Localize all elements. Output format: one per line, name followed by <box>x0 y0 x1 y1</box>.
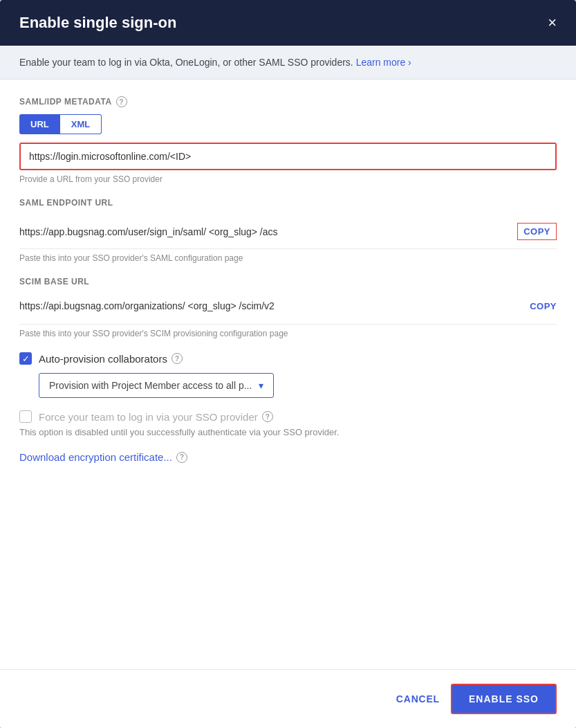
modal-body: SAML/IdP Metadata ? URL XML Provide a UR… <box>0 80 576 669</box>
saml-url-hint: Provide a URL from your SSO provider <box>19 174 557 184</box>
saml-metadata-help-icon[interactable]: ? <box>116 96 127 107</box>
check-icon: ✓ <box>22 354 30 364</box>
tab-url[interactable]: URL <box>19 114 60 134</box>
scim-url: https://api.bugsnag.com/organizations/ <… <box>19 300 275 311</box>
saml-url-input[interactable] <box>19 143 557 170</box>
auto-provision-help-icon[interactable]: ? <box>171 353 183 364</box>
saml-endpoint-url: https://app.bugsnag.com/user/sign_in/sam… <box>19 226 278 237</box>
saml-endpoint-row: https://app.bugsnag.com/user/sign_in/sam… <box>19 215 557 249</box>
auto-provision-row: ✓ Auto-provision collaborators ? <box>19 352 557 365</box>
scim-row: https://api.bugsnag.com/organizations/ <… <box>19 293 557 318</box>
auto-provision-checkbox[interactable]: ✓ <box>19 352 32 365</box>
force-login-row: Force your team to log in via your SSO p… <box>19 410 557 423</box>
enable-sso-button[interactable]: ENABLE SSO <box>451 684 557 714</box>
close-button[interactable]: × <box>548 15 557 30</box>
info-banner: Enable your team to log in via Okta, One… <box>0 46 576 80</box>
download-cert-help-icon[interactable]: ? <box>176 452 187 463</box>
saml-endpoint-label: SAML Endpoint URL <box>19 198 557 208</box>
force-login-help-icon[interactable]: ? <box>262 411 273 422</box>
force-login-label: Force your team to log in via your SSO p… <box>39 411 273 423</box>
download-cert-link[interactable]: Download encryption certificate... ? <box>19 451 557 463</box>
info-banner-text: Enable your team to log in via Okta, One… <box>19 57 353 68</box>
modal: Enable single sign-on × Enable your team… <box>0 0 576 728</box>
modal-header: Enable single sign-on × <box>0 0 576 46</box>
scim-copy-button[interactable]: COPY <box>530 301 557 311</box>
modal-footer: CANCEL ENABLE SSO <box>0 669 576 728</box>
scim-section: SCIM Base URL https://api.bugsnag.com/or… <box>19 277 557 325</box>
learn-more-link[interactable]: Learn more › <box>356 57 411 68</box>
saml-tab-group: URL XML <box>19 114 557 134</box>
saml-endpoint-hint: Paste this into your SSO provider's SAML… <box>19 253 557 263</box>
force-login-hint: This option is disabled until you succes… <box>19 427 557 437</box>
chevron-down-icon: ▾ <box>259 380 263 391</box>
cancel-button[interactable]: CANCEL <box>396 693 440 704</box>
auto-provision-label: Auto-provision collaborators ? <box>39 353 183 365</box>
scim-hint: Paste this into your SSO provider's SCIM… <box>19 329 557 338</box>
saml-metadata-label: SAML/IdP Metadata ? <box>19 96 557 107</box>
force-login-checkbox[interactable] <box>19 410 32 423</box>
provision-dropdown-value: Provision with Project Member access to … <box>49 380 252 391</box>
tab-xml[interactable]: XML <box>60 114 102 134</box>
force-login-section: Force your team to log in via your SSO p… <box>19 410 557 437</box>
modal-title: Enable single sign-on <box>19 14 176 32</box>
provision-dropdown[interactable]: Provision with Project Member access to … <box>39 373 274 398</box>
saml-copy-button[interactable]: COPY <box>517 223 557 240</box>
scim-label: SCIM Base URL <box>19 277 557 286</box>
